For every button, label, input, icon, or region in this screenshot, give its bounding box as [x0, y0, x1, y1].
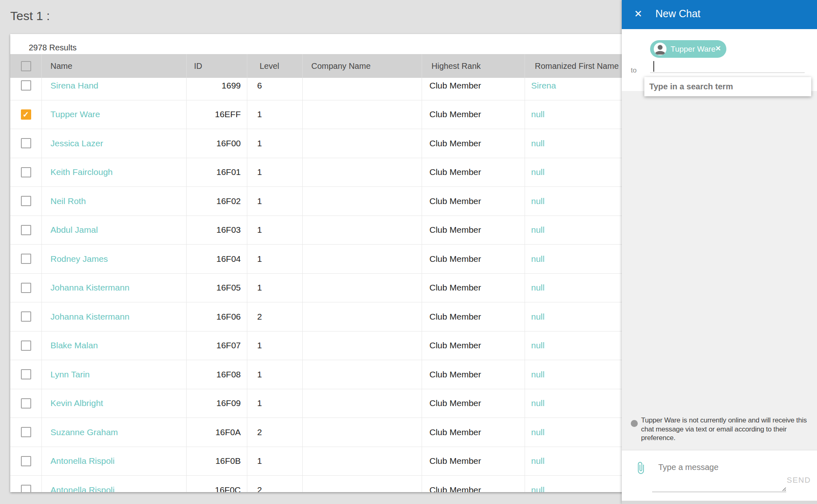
member-romanized-first-name-link[interactable]: null — [531, 456, 545, 466]
member-name-cell: Keith Fairclough — [42, 158, 187, 187]
member-name-link[interactable]: Suzanne Graham — [50, 427, 118, 437]
member-name-link[interactable]: Antonella Rispoli — [50, 456, 114, 466]
row-checkbox-cell — [10, 245, 42, 273]
recipient-chip-label: Tupper Ware — [671, 45, 715, 54]
page-title: Test 1 : — [10, 9, 50, 23]
member-highest-rank-cell: Club Member — [422, 274, 525, 302]
row-checkbox-cell — [10, 389, 42, 418]
row-checkbox-cell — [10, 302, 42, 331]
message-placeholder: Type a message — [658, 463, 719, 472]
member-romanized-first-name-link[interactable]: null — [531, 109, 545, 119]
row-checkbox[interactable] — [21, 80, 31, 91]
row-checkbox[interactable] — [21, 485, 31, 492]
member-name-cell: Sirena Hand — [42, 78, 187, 100]
member-level-cell: 2 — [247, 418, 303, 447]
member-name-link[interactable]: Tupper Ware — [50, 109, 100, 119]
member-id-cell: 16F05 — [187, 274, 247, 302]
recipient-chip[interactable]: Tupper Ware ✕ — [650, 40, 726, 58]
member-level-cell: 1 — [247, 360, 303, 389]
member-name-link[interactable]: Keith Fairclough — [50, 167, 113, 177]
member-company-cell — [303, 274, 422, 302]
row-checkbox[interactable] — [21, 456, 31, 466]
search-suggestion-dropdown[interactable]: Type in a search term — [644, 77, 811, 96]
panel-bottom-strip — [622, 501, 817, 504]
member-id-cell: 1699 — [187, 78, 247, 100]
member-romanized-first-name-link[interactable]: null — [531, 196, 545, 206]
member-romanized-first-name-link[interactable]: null — [531, 370, 545, 379]
member-level-cell: 1 — [247, 216, 303, 245]
member-highest-rank-cell: Club Member — [422, 331, 525, 360]
member-level-cell: 1 — [247, 389, 303, 418]
member-name-link[interactable]: Blake Malan — [50, 341, 98, 350]
row-checkbox[interactable] — [21, 427, 31, 437]
select-all-checkbox[interactable] — [21, 61, 31, 71]
member-name-link[interactable]: Kevin Albright — [50, 398, 103, 408]
member-romanized-first-name-link[interactable]: null — [531, 167, 545, 177]
member-name-link[interactable]: Lynn Tarin — [50, 370, 90, 379]
member-level-cell: 1 — [247, 274, 303, 302]
member-highest-rank-cell: Club Member — [422, 78, 525, 100]
column-header-name[interactable]: Name — [42, 54, 187, 78]
member-company-cell — [303, 302, 422, 331]
column-header-company-name[interactable]: Company Name — [303, 54, 422, 78]
member-romanized-first-name-link[interactable]: null — [531, 138, 545, 148]
member-romanized-first-name-link[interactable]: null — [531, 225, 545, 235]
member-name-link[interactable]: Johanna Kistermann — [50, 283, 130, 293]
offline-notice-text: Tupper Ware is not currently online and … — [641, 416, 810, 443]
row-checkbox[interactable] — [21, 311, 31, 322]
resize-handle-icon[interactable] — [780, 485, 786, 493]
attach-file-paperclip-icon[interactable] — [634, 459, 647, 479]
member-id-cell: 16F03 — [187, 216, 247, 245]
row-checkbox[interactable]: ✓ — [21, 109, 31, 120]
row-checkbox[interactable] — [21, 138, 31, 148]
member-romanized-first-name-link[interactable]: Sirena — [531, 81, 556, 91]
member-highest-rank-cell: Club Member — [422, 187, 525, 216]
member-name-link[interactable]: Johanna Kistermann — [50, 312, 130, 322]
row-checkbox[interactable] — [21, 369, 31, 379]
member-id-cell: 16F0A — [187, 418, 247, 447]
member-highest-rank-cell: Club Member — [422, 360, 525, 389]
send-button[interactable]: SEND — [787, 476, 811, 485]
member-company-cell — [303, 418, 422, 447]
member-name-link[interactable]: Antonella Rispoli — [50, 485, 114, 492]
row-checkbox[interactable] — [21, 196, 31, 206]
member-name-link[interactable]: Rodney James — [50, 254, 108, 264]
member-name-cell: Antonella Rispoli — [42, 447, 187, 476]
member-name-link[interactable]: Jessica Lazer — [50, 138, 103, 148]
row-checkbox-cell — [10, 216, 42, 245]
member-id-cell: 16F07 — [187, 331, 247, 360]
member-romanized-first-name-link[interactable]: null — [531, 341, 545, 350]
row-checkbox-cell — [10, 158, 42, 187]
member-romanized-first-name-link[interactable]: null — [531, 254, 545, 264]
member-id-cell: 16F0C — [187, 476, 247, 492]
member-highest-rank-cell: Club Member — [422, 158, 525, 187]
member-romanized-first-name-link[interactable]: null — [531, 485, 545, 492]
to-input[interactable] — [650, 58, 805, 73]
row-checkbox-cell — [10, 360, 42, 389]
member-name-cell: Lynn Tarin — [42, 360, 187, 389]
member-name-cell: Suzanne Graham — [42, 418, 187, 447]
member-romanized-first-name-link[interactable]: null — [531, 427, 545, 437]
member-name-link[interactable]: Sirena Hand — [50, 81, 98, 91]
row-checkbox-cell — [10, 331, 42, 360]
row-checkbox[interactable] — [21, 225, 31, 235]
column-header-highest-rank[interactable]: Highest Rank — [422, 54, 525, 78]
row-checkbox[interactable] — [21, 254, 31, 264]
member-romanized-first-name-link[interactable]: null — [531, 398, 545, 408]
member-name-link[interactable]: Abdul Jamal — [50, 225, 98, 235]
row-checkbox[interactable] — [21, 398, 31, 409]
column-header-level[interactable]: Level — [247, 54, 303, 78]
row-checkbox[interactable] — [21, 283, 31, 293]
member-highest-rank-cell: Club Member — [422, 245, 525, 273]
chip-remove-icon[interactable]: ✕ — [715, 44, 721, 53]
to-input-underline — [650, 73, 805, 73]
member-id-cell: 16F09 — [187, 389, 247, 418]
row-checkbox[interactable] — [21, 167, 31, 177]
close-icon[interactable]: ✕ — [634, 8, 642, 20]
column-header-id[interactable]: ID — [187, 54, 247, 78]
row-checkbox[interactable] — [21, 341, 31, 351]
member-company-cell — [303, 158, 422, 187]
member-romanized-first-name-link[interactable]: null — [531, 312, 545, 322]
member-romanized-first-name-link[interactable]: null — [531, 283, 545, 293]
member-name-link[interactable]: Neil Roth — [50, 196, 86, 206]
